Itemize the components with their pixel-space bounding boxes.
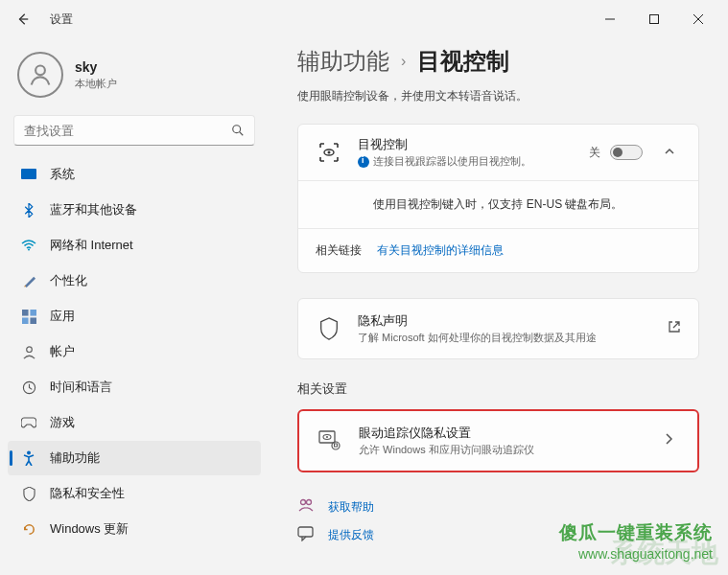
svg-point-17 [328, 151, 331, 154]
svg-rect-7 [21, 169, 36, 179]
eye-control-toggle[interactable] [610, 145, 643, 160]
nav-label: 系统 [50, 166, 75, 183]
shield-icon [21, 486, 36, 501]
nav-label: 蓝牙和其他设备 [50, 201, 137, 218]
watermark: 傻瓜一键重装系统 www.shaguaxitong.net [559, 520, 713, 562]
info-icon [358, 156, 369, 168]
minimize-button[interactable] [588, 4, 632, 34]
nav-gaming[interactable]: 游戏 [8, 405, 261, 440]
body: sky 本地帐户 系统 蓝牙和其他设备 [0, 38, 728, 575]
nav-windows-update[interactable]: Windows 更新 [8, 512, 261, 546]
person-icon [27, 61, 54, 88]
eye-control-title: 目视控制 [358, 136, 574, 153]
get-help-link[interactable]: 获取帮助 [328, 499, 374, 516]
svg-point-20 [326, 436, 328, 438]
search-icon [231, 124, 245, 137]
chevron-right-icon [657, 432, 680, 449]
right-column: 辅助功能 › 目视控制 使用眼睛控制设备，并使用文本转语音说话。 目视控制 连接… [269, 38, 728, 575]
shield-outline-icon [316, 317, 342, 340]
svg-rect-11 [22, 317, 29, 324]
svg-rect-9 [22, 310, 29, 316]
nav-label: 帐户 [50, 343, 75, 360]
eye-control-info-link[interactable]: 有关目视控制的详细信息 [377, 242, 504, 259]
toggle-label: 关 [589, 145, 600, 161]
svg-point-23 [301, 500, 306, 505]
svg-point-24 [307, 500, 312, 505]
watermark-line2: www.shaguaxitong.net [559, 546, 713, 562]
nav-time-language[interactable]: 时间和语言 [8, 370, 261, 404]
svg-point-13 [26, 346, 32, 352]
nav-system[interactable]: 系统 [8, 157, 261, 192]
breadcrumb-current: 目视控制 [417, 46, 509, 77]
avatar [17, 52, 63, 98]
account-icon [21, 344, 36, 359]
maximize-button[interactable] [632, 4, 676, 34]
maximize-icon [649, 14, 659, 24]
watermark-line1: 傻瓜一键重装系统 [559, 520, 713, 545]
nav-label: Windows 更新 [50, 520, 129, 538]
nav-apps[interactable]: 应用 [8, 299, 261, 334]
svg-point-4 [35, 65, 45, 75]
system-icon [21, 167, 36, 182]
expand-chevron[interactable] [658, 144, 681, 161]
svg-rect-25 [298, 527, 313, 537]
feedback-icon [297, 526, 315, 544]
nav-privacy[interactable]: 隐私和安全性 [8, 476, 261, 511]
nav-label: 个性化 [50, 272, 87, 289]
eye-tracker-text: 眼动追踪仪隐私设置 允许 Windows 和应用访问眼动追踪仪 [359, 425, 642, 457]
back-button[interactable] [8, 4, 38, 34]
accessibility-icon [21, 450, 36, 466]
user-subtitle: 本地帐户 [75, 77, 117, 91]
nav-label: 应用 [50, 308, 75, 325]
nav-label: 网络和 Internet [50, 237, 133, 254]
svg-rect-1 [650, 15, 659, 24]
svg-rect-10 [30, 310, 36, 316]
toggle-group: 关 [589, 145, 643, 161]
svg-line-6 [240, 132, 244, 136]
nav-label: 时间和语言 [50, 379, 112, 396]
close-icon [693, 14, 703, 24]
eye-control-toggle-row[interactable]: 目视控制 连接目视跟踪器以使用目视控制。 关 [298, 125, 698, 180]
search-box[interactable] [13, 115, 255, 146]
eye-tracker-icon [317, 430, 343, 451]
eye-control-text: 目视控制 连接目视跟踪器以使用目视控制。 [358, 136, 574, 169]
svg-point-15 [27, 451, 31, 455]
breadcrumb-parent[interactable]: 辅助功能 [297, 46, 389, 77]
clock-globe-icon [21, 380, 36, 395]
breadcrumb: 辅助功能 › 目视控制 [297, 44, 699, 80]
feedback-link[interactable]: 提供反馈 [328, 527, 374, 543]
privacy-statement-panel[interactable]: 隐私声明 了解 Microsoft 如何处理你的目视控制数据及其用途 [297, 298, 699, 359]
left-column: sky 本地帐户 系统 蓝牙和其他设备 [0, 38, 269, 575]
wifi-icon [21, 238, 36, 253]
bluetooth-icon [21, 202, 36, 218]
related-links-label: 相关链接 [316, 242, 362, 259]
apps-icon [21, 309, 36, 324]
related-settings-heading: 相关设置 [297, 380, 699, 398]
get-help-row[interactable]: 获取帮助 [297, 497, 699, 518]
nav-bluetooth[interactable]: 蓝牙和其他设备 [8, 193, 261, 227]
update-icon [21, 521, 36, 537]
keyboard-note: 使用目视控制键入时，仅支持 EN-US 键盘布局。 [298, 180, 698, 228]
user-block[interactable]: sky 本地帐户 [8, 46, 261, 115]
nav-accounts[interactable]: 帐户 [8, 334, 261, 369]
nav-accessibility[interactable]: 辅助功能 [8, 441, 261, 475]
privacy-title: 隐私声明 [358, 312, 652, 330]
nav-personalization[interactable]: 个性化 [8, 264, 261, 298]
window-controls [588, 4, 720, 34]
chevron-right-icon: › [401, 53, 406, 70]
window-title: 设置 [50, 12, 73, 28]
brush-icon [21, 273, 36, 288]
eye-scan-icon [316, 141, 342, 164]
nav-list: 系统 蓝牙和其他设备 网络和 Internet 个性化 应用 [8, 155, 261, 548]
nav-network[interactable]: 网络和 Internet [8, 228, 261, 263]
close-button[interactable] [676, 4, 720, 34]
back-arrow-icon [16, 12, 30, 26]
eye-tracker-privacy-panel[interactable]: 眼动追踪仪隐私设置 允许 Windows 和应用访问眼动追踪仪 [297, 409, 699, 472]
external-link-icon [668, 320, 681, 337]
search-input[interactable] [24, 124, 231, 138]
minimize-icon [605, 14, 615, 24]
settings-window: 设置 sky 本地帐户 [0, 0, 728, 575]
eye-tracker-title: 眼动追踪仪隐私设置 [359, 425, 642, 442]
eye-control-panel: 目视控制 连接目视跟踪器以使用目视控制。 关 使用目视控制键入时，仅支持 EN-… [297, 124, 699, 273]
svg-point-21 [332, 442, 340, 449]
